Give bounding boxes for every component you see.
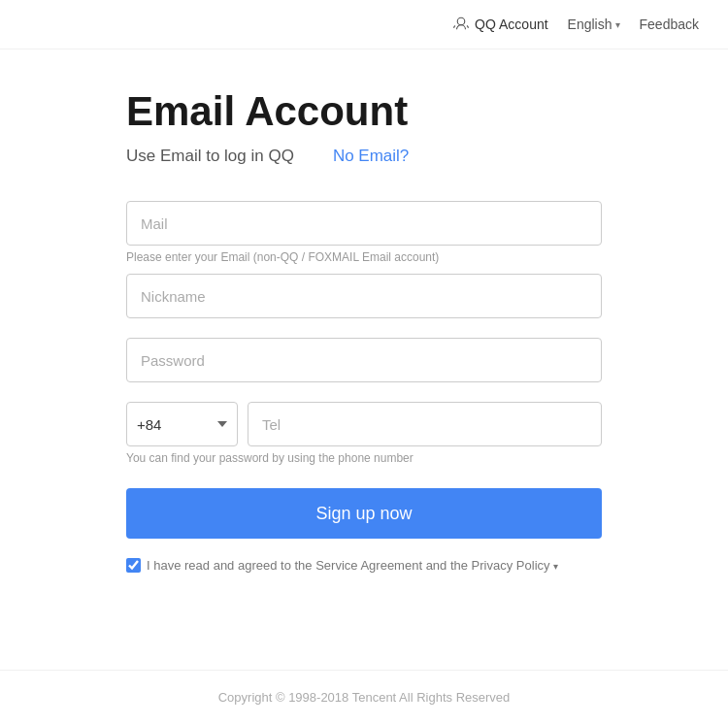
no-email-link[interactable]: No Email? xyxy=(333,147,409,166)
chevron-down-icon: ▾ xyxy=(615,19,620,30)
mail-field-group: Please enter your Email (non-QQ / FOXMAI… xyxy=(126,201,602,264)
country-code-select[interactable]: +84 +1 +44 +86 +81 xyxy=(126,402,238,446)
agreement-text: I have read and agreed to the Service Ag… xyxy=(147,558,558,573)
page-title: Email Account xyxy=(126,88,602,135)
password-field-group xyxy=(126,338,602,392)
feedback-link[interactable]: Feedback xyxy=(640,16,699,32)
mail-hint: Please enter your Email (non-QQ / FOXMAI… xyxy=(126,250,602,264)
signup-button[interactable]: Sign up now xyxy=(126,488,602,539)
language-selector[interactable]: English ▾ xyxy=(568,16,620,32)
tel-field-group: +84 +1 +44 +86 +81 You can find your pas… xyxy=(126,402,602,465)
top-navigation: QQ Account English ▾ Feedback xyxy=(0,0,728,49)
agreement-chevron-icon: ▾ xyxy=(553,561,558,572)
subtitle-text: Use Email to log in QQ xyxy=(126,147,294,166)
qq-account-label: QQ Account xyxy=(475,16,547,32)
nickname-field-group xyxy=(126,274,602,328)
qq-account-nav-item[interactable]: QQ Account xyxy=(452,16,547,33)
agreement-row: I have read and agreed to the Service Ag… xyxy=(126,558,602,573)
tel-hint: You can find your password by using the … xyxy=(126,451,602,465)
mail-input[interactable] xyxy=(126,201,602,246)
password-input[interactable] xyxy=(126,338,602,382)
english-label: English xyxy=(568,16,612,32)
svg-point-0 xyxy=(457,17,465,25)
agreement-checkbox[interactable] xyxy=(126,558,141,573)
subtitle-row: Use Email to log in QQ No Email? xyxy=(126,147,602,166)
tel-input[interactable] xyxy=(248,402,602,446)
qq-icon xyxy=(452,16,470,33)
copyright-text: Copyright © 1998-2018 Tencent All Rights… xyxy=(218,690,511,705)
main-content: Email Account Use Email to log in QQ No … xyxy=(0,49,728,650)
tel-row: +84 +1 +44 +86 +81 xyxy=(126,402,602,446)
nickname-input[interactable] xyxy=(126,274,602,318)
footer: Copyright © 1998-2018 Tencent All Rights… xyxy=(0,670,728,724)
